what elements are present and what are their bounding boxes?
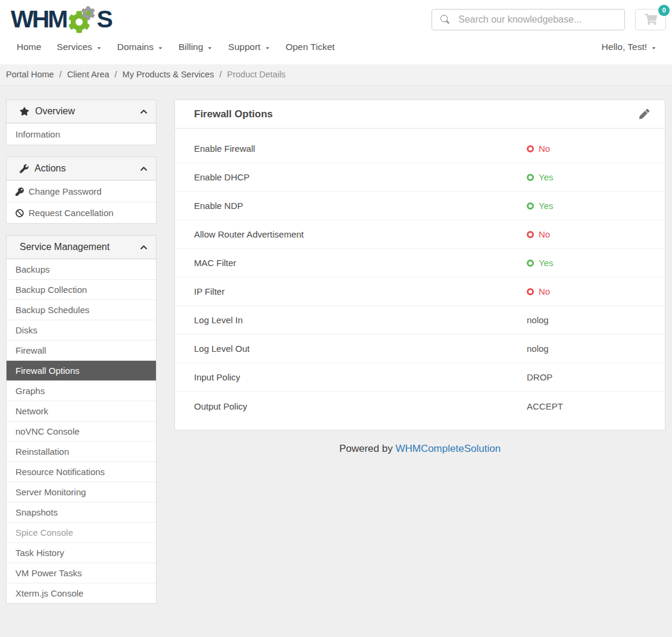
sidebar-item-resource-notifications[interactable]: Resource Notifications: [7, 461, 156, 482]
header-right: 0: [432, 9, 666, 30]
option-value: Yes: [539, 258, 553, 268]
sidebar-item-snapshots[interactable]: Snapshots: [7, 502, 156, 522]
footer: Powered by WHMCompleteSolution: [174, 443, 665, 455]
small-gear-icon: [81, 6, 95, 20]
sidebar-item-label: Resource Notifications: [15, 467, 105, 477]
star-icon: [20, 107, 29, 116]
sidebar-item-label: Information: [15, 129, 60, 139]
nav-user-menu[interactable]: Hello, Test!: [602, 39, 657, 55]
option-label: Log Level Out: [194, 344, 527, 354]
cart-button[interactable]: 0: [635, 9, 666, 30]
sidebar-item-label: VM Power Tasks: [15, 568, 82, 578]
overview-panel-title: Overview: [35, 106, 75, 117]
caret-down-icon: [651, 45, 657, 51]
nav-label: Services: [57, 42, 92, 52]
firewall-options-card: Firewall Options Enable Firewall No Enab…: [174, 99, 665, 430]
powered-by-text: Powered by: [339, 443, 393, 454]
page-title: Firewall Options: [194, 108, 273, 120]
sidebar-item-backup-schedules[interactable]: Backup Schedules: [7, 299, 156, 320]
nav-item-home[interactable]: Home: [17, 39, 41, 55]
actions-panel-header[interactable]: Actions: [7, 157, 156, 180]
status-circle-icon: [527, 174, 534, 181]
option-label: Enable NDP: [194, 201, 527, 211]
option-row: Input Policy DROP: [175, 363, 665, 392]
logo-text-whm: WHM: [11, 7, 66, 32]
sidebar-item-disks[interactable]: Disks: [7, 320, 156, 340]
status-circle-icon: [527, 202, 534, 210]
breadcrumb: Portal Home / Client Area / My Products …: [0, 64, 672, 86]
actions-panel-title: Actions: [35, 163, 65, 174]
sidebar-item-label: Firewall: [15, 345, 46, 355]
sidebar-item-firewall-options[interactable]: Firewall Options: [7, 360, 156, 380]
sidebar-item-novnc-console[interactable]: noVNC Console: [7, 421, 156, 441]
sidebar-item-label: Server Monitoring: [15, 487, 86, 497]
actions-panel: Actions Change Password Request Cancella…: [6, 157, 157, 224]
option-value: nolog: [527, 344, 549, 354]
sidebar-item-label: Spice Console: [15, 527, 73, 538]
status-circle-icon: [527, 231, 534, 238]
sidebar-item-change-password[interactable]: Change Password: [7, 180, 156, 202]
sidebar-item-information[interactable]: Information: [7, 123, 156, 145]
edit-button[interactable]: [638, 108, 651, 120]
sidebar-item-network[interactable]: Network: [7, 401, 156, 421]
search-icon: [440, 15, 449, 24]
nav-item-services[interactable]: Services: [57, 39, 101, 55]
sidebar-item-label: Backup Collection: [15, 285, 87, 295]
site-header: WHM S 0: [0, 0, 672, 38]
whmcs-footer-link[interactable]: WHMCompleteSolution: [395, 443, 501, 454]
option-value: nolog: [527, 315, 549, 325]
nav-label: Domains: [117, 42, 154, 52]
caret-down-icon: [158, 45, 163, 51]
option-row: Enable DHCP Yes: [175, 163, 665, 192]
card-header: Firewall Options: [175, 100, 665, 129]
sidebar-item-vm-power-tasks[interactable]: VM Power Tasks: [7, 563, 156, 583]
caret-down-icon: [265, 45, 270, 51]
sidebar-item-request-cancellation[interactable]: Request Cancellation: [7, 202, 156, 223]
sidebar-item-task-history[interactable]: Task History: [7, 542, 156, 563]
sidebar-item-label: Task History: [15, 548, 64, 558]
sidebar-item-graphs[interactable]: Graphs: [7, 380, 156, 401]
option-label: Allow Router Advertisement: [194, 229, 527, 239]
sidebar-item-label: Backup Schedules: [15, 305, 89, 315]
status-circle-icon: [527, 288, 534, 295]
option-value: Yes: [539, 201, 553, 211]
option-row: Log Level Out nolog: [175, 335, 665, 363]
caret-down-icon: [207, 45, 212, 51]
service-management-panel-header[interactable]: Service Management: [7, 236, 156, 259]
sidebar-item-reinstallation[interactable]: Reinstallation: [7, 441, 156, 461]
sidebar-item-label: Network: [15, 406, 48, 416]
pencil-icon: [639, 109, 649, 119]
whmcs-logo[interactable]: WHM S: [11, 5, 111, 34]
sidebar-item-spice-console[interactable]: Spice Console: [7, 522, 156, 542]
chevron-up-icon: [140, 108, 148, 115]
sidebar-item-xterm-console[interactable]: Xterm.js Console: [7, 583, 156, 603]
sidebar-item-label: Graphs: [15, 386, 45, 396]
cart-icon: [645, 14, 657, 25]
search-input[interactable]: [432, 9, 625, 30]
option-value: Yes: [539, 172, 553, 182]
breadcrumb-current: Product Details: [227, 70, 286, 79]
option-value: ACCEPT: [527, 401, 563, 411]
option-value: No: [539, 286, 550, 296]
option-label: Log Level In: [194, 315, 527, 325]
overview-panel-header[interactable]: Overview: [7, 100, 156, 123]
breadcrumb-my-products[interactable]: My Products & Services: [123, 70, 214, 79]
nav-item-open-ticket[interactable]: Open Ticket: [286, 39, 335, 55]
key-icon: [15, 188, 24, 196]
service-management-panel-title: Service Management: [20, 242, 110, 252]
sidebar-item-backup-collection[interactable]: Backup Collection: [7, 279, 156, 299]
status-circle-icon: [527, 145, 534, 152]
option-row: Allow Router Advertisement No: [175, 220, 665, 249]
nav-item-domains[interactable]: Domains: [117, 39, 163, 55]
sidebar-item-server-monitoring[interactable]: Server Monitoring: [7, 482, 156, 502]
option-row: Enable NDP Yes: [175, 192, 665, 220]
breadcrumb-separator: /: [60, 70, 62, 79]
nav-item-support[interactable]: Support: [228, 39, 270, 55]
sidebar-item-backups[interactable]: Backups: [7, 259, 156, 279]
option-value: No: [539, 143, 550, 154]
breadcrumb-client-area[interactable]: Client Area: [67, 70, 110, 79]
breadcrumb-portal-home[interactable]: Portal Home: [6, 70, 54, 79]
sidebar-item-label: Disks: [15, 325, 37, 335]
sidebar-item-firewall[interactable]: Firewall: [7, 340, 156, 360]
nav-item-billing[interactable]: Billing: [179, 39, 212, 55]
